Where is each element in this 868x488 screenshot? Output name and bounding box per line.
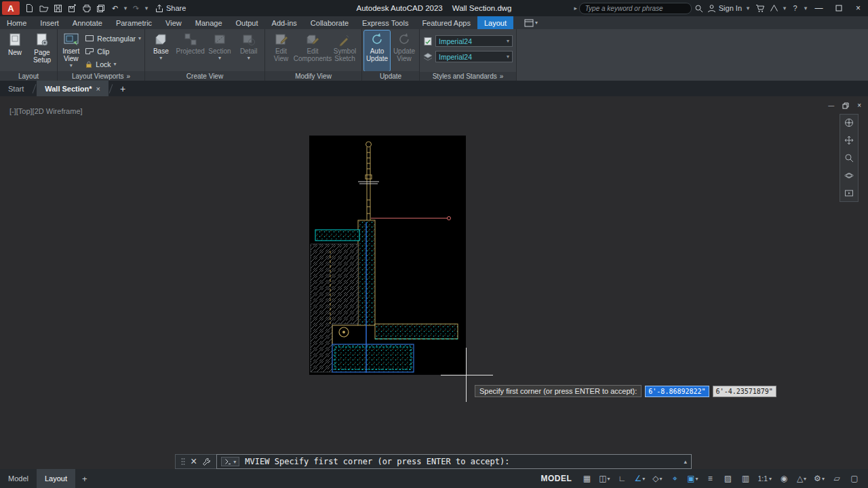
show-motion-button[interactable] [843,187,855,199]
help-dropdown[interactable]: ▾ [802,5,809,12]
doc-close-icon[interactable]: × [857,102,861,109]
open-file-button[interactable] [37,0,51,16]
selection-cycling-toggle[interactable]: ▥ [737,471,753,486]
search-button[interactable] [692,0,706,16]
file-tab-wall-section[interactable]: Wall Section* × [37,81,108,96]
sign-in-button[interactable]: Sign In ▾ [707,4,751,13]
tab-express-tools[interactable]: Express Tools [355,16,415,29]
annotation-scale-control[interactable]: 1:1▾ [755,471,774,486]
polar-tracking-toggle[interactable]: ∠▾ [631,471,648,486]
doc-restore-icon[interactable] [842,102,849,109]
grid-display-toggle[interactable]: ▦ [578,471,595,486]
new-layout-button[interactable]: New [2,30,28,71]
ortho-mode-toggle[interactable]: ∟ [614,471,630,486]
object-snap-tracking-toggle[interactable]: ⌖ [667,471,683,486]
tab-parametric[interactable]: Parametric [109,16,159,29]
customize-wrench-icon[interactable] [202,458,211,466]
file-tab-start[interactable]: Start [0,81,32,96]
edit-components-button[interactable]: Edit Components [296,30,329,71]
panel-label-styles-standards[interactable]: Styles and Standards » [420,72,516,81]
undo-dropdown[interactable]: ▾ [122,5,129,12]
dynamic-input-x-field[interactable]: 6'-8.86892822" [645,386,709,397]
panel-label-update[interactable]: Update [362,71,419,81]
command-prompt-chip[interactable]: ▾ [221,457,239,466]
autoscale-toggle[interactable]: △▾ [793,471,810,486]
section-view-button[interactable]: Section ▾ [206,30,234,71]
search-collapse-arrow[interactable]: ▸ [572,5,579,12]
workspace-switching-button[interactable]: ⚙▾ [811,471,827,486]
viewport-shape-dropdown[interactable]: Rectangular ▾ [83,32,142,45]
dynamic-input-y-field[interactable]: 6'-4.23571879" [713,386,776,397]
drafting-standard-select[interactable]: Imperial24 ▾ [435,35,513,47]
viewport-controls-label[interactable]: [-][Top][2D Wireframe] [9,107,83,115]
autodesk-account-button[interactable] [767,0,781,16]
tab-manage[interactable]: Manage [189,16,229,29]
doc-minimize-icon[interactable]: — [828,102,834,109]
snap-mode-toggle[interactable]: ◫▾ [596,471,612,486]
projected-view-button[interactable]: Projected [176,30,205,71]
help-button[interactable]: ? [788,0,802,16]
orbit-button[interactable] [843,169,855,182]
save-button[interactable] [51,0,65,16]
detail-view-button[interactable]: Detail ▾ [235,30,262,71]
layer-standard-select[interactable]: Imperial24 ▾ [435,51,513,62]
drawing-area[interactable]: [-][Top][2D Wireframe] — × [0,96,868,469]
insert-view-button[interactable]: Insert View ▾ [60,30,82,71]
layout-paper[interactable] [309,136,466,375]
tab-home[interactable]: Home [0,16,33,29]
model-tab[interactable]: Model [0,469,37,488]
window-close-button[interactable]: × [848,0,868,16]
close-tab-icon[interactable]: × [96,85,100,93]
base-view-button[interactable]: Base ▾ [147,30,175,71]
update-view-button[interactable]: Update View [391,30,417,71]
undo-button[interactable]: ↶ [108,0,122,16]
tab-featured-apps[interactable]: Featured Apps [415,16,477,29]
tab-annotate[interactable]: Annotate [66,16,109,29]
command-input-field[interactable]: ▾ MVIEW Specify first corner (or press E… [216,454,692,469]
close-command-line-icon[interactable]: × [191,455,197,468]
layout-tab[interactable]: Layout [37,469,75,488]
panel-label-layout[interactable]: Layout [0,71,57,81]
tab-add-ins[interactable]: Add-ins [265,16,304,29]
panel-label-modify-view[interactable]: Modify View [265,71,361,81]
zoom-button[interactable] [843,152,855,164]
account-dropdown[interactable]: ▾ [781,5,788,12]
model-paper-space-toggle[interactable]: MODEL [536,471,578,486]
new-file-button[interactable] [22,0,37,16]
window-maximize-button[interactable] [829,0,848,16]
app-store-button[interactable] [753,0,767,16]
annotation-visibility-toggle[interactable]: ◉ [776,471,792,486]
symbol-sketch-button[interactable]: Symbol Sketch [330,30,359,71]
tab-output[interactable]: Output [229,16,265,29]
auto-update-toggle[interactable]: Auto Update [364,30,390,71]
plot-button[interactable] [79,0,94,16]
qat-customize-dropdown[interactable]: ▾ [143,5,150,12]
share-button[interactable]: Share [155,4,186,13]
edit-view-button[interactable]: Edit View [267,30,295,71]
window-minimize-button[interactable]: — [809,0,829,16]
transparency-toggle[interactable]: ▨ [719,471,736,486]
search-input[interactable] [579,3,692,14]
page-setup-button[interactable]: Page Setup [29,30,55,71]
steering-wheel-button[interactable] [843,117,855,129]
ribbon-display-toggle[interactable]: ▾ [520,16,542,29]
lineweight-toggle[interactable]: ≡ [702,471,718,486]
panel-label-create-view[interactable]: Create View [145,71,264,81]
redo-button[interactable]: ↷ [129,0,143,16]
tab-insert[interactable]: Insert [33,16,66,29]
publish-button[interactable] [94,0,108,16]
new-drawing-tab-button[interactable]: + [113,81,132,96]
annotation-monitor-toggle[interactable]: ▱ [829,471,845,486]
pan-button[interactable] [843,134,855,146]
drag-grip-icon[interactable] [181,458,185,466]
new-layout-tab-button[interactable]: + [75,474,94,484]
clean-screen-button[interactable]: ▢ [846,471,863,486]
lock-viewport-dropdown[interactable]: Lock ▾ [83,58,142,70]
clip-viewport-button[interactable]: Clip [83,45,142,58]
isometric-drafting-toggle[interactable]: ◇▾ [649,471,665,486]
tab-view[interactable]: View [159,16,189,29]
command-history-icon[interactable]: ▴ [684,458,687,465]
object-snap-toggle[interactable]: ▣▾ [684,471,701,486]
panel-label-layout-viewports[interactable]: Layout Viewports » [58,71,144,81]
tab-collaborate[interactable]: Collaborate [304,16,355,29]
